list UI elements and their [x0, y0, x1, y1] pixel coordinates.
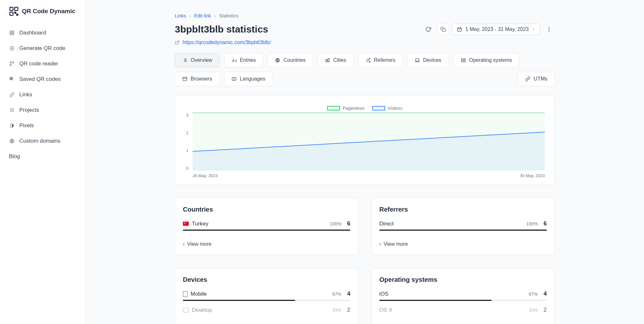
nav-saved-qr[interactable]: Saved QR codes: [4, 71, 81, 87]
target-url-link[interactable]: https://qrcodedynamic.com/3bpblt3blb/: [183, 40, 271, 45]
nav-label: Links: [19, 91, 32, 98]
nav-label: Custom domains: [19, 138, 61, 144]
panel-devices: Devices Mobile 67%4 Desktop 33%2: [175, 268, 358, 324]
svg-rect-43: [326, 59, 327, 62]
caret-down-icon: [532, 28, 535, 31]
svg-point-29: [549, 31, 550, 32]
chevron-right-icon: ›: [379, 241, 381, 247]
breadcrumb-links[interactable]: Links: [175, 13, 186, 18]
grid-icon: [9, 30, 15, 36]
svg-rect-4: [17, 14, 18, 15]
svg-rect-6: [12, 31, 14, 33]
date-range-picker[interactable]: 1 May, 2023 - 31 May, 2023: [452, 24, 540, 35]
panel-title: Operating systems: [379, 276, 547, 283]
laptop-icon: [415, 58, 420, 63]
city-icon: [325, 58, 330, 63]
nav-label: Projects: [19, 107, 39, 113]
svg-rect-17: [10, 79, 11, 80]
tab-languages[interactable]: Languages: [224, 72, 273, 86]
more-options-button[interactable]: [543, 24, 555, 35]
y-tick: 1: [186, 148, 188, 153]
svg-rect-0: [10, 7, 13, 11]
panel-title: Devices: [183, 276, 350, 283]
qr-icon: [9, 61, 15, 67]
x-tick: 26 May, 2023: [193, 173, 218, 178]
nav-label: Pixels: [19, 122, 34, 129]
breadcrumb-current: Statistics: [219, 13, 239, 18]
nav-projects[interactable]: Projects: [4, 102, 81, 118]
tab-cities[interactable]: Cities: [317, 53, 354, 67]
view-more-countries[interactable]: ›View more: [183, 236, 350, 247]
stats-tabs: Overview Entries Countries Cities Referr…: [175, 53, 555, 86]
legend-visitors[interactable]: Visitors: [372, 106, 402, 111]
svg-rect-1: [15, 7, 18, 11]
panel-referrers: Referrers Direct 100%6 ›View more: [371, 198, 555, 255]
external-link-icon: [175, 40, 179, 45]
tab-devices[interactable]: Devices: [407, 53, 449, 67]
panel-os: Operating systems iOS 67%4 OS X 33%2: [371, 268, 555, 324]
chart-card: Pageviews Visitors 3 2 1 0: [175, 96, 555, 185]
sidebar-nav: Dashboard Generate QR code QR code reade…: [0, 23, 85, 324]
nav-label: QR code reader: [19, 61, 58, 67]
nav-dashboard[interactable]: Dashboard: [4, 25, 81, 41]
svg-point-27: [549, 27, 550, 28]
tab-countries[interactable]: Countries: [268, 53, 313, 67]
svg-rect-5: [10, 31, 12, 33]
legend-pageviews[interactable]: Pageviews: [327, 106, 365, 111]
svg-rect-44: [328, 59, 329, 62]
bookmark-icon: [9, 76, 15, 82]
desktop-icon: [183, 308, 189, 312]
stat-row: Mobile 67%4: [183, 291, 350, 301]
nav-pixels[interactable]: Pixels: [4, 118, 81, 133]
view-more-referrers[interactable]: ›View more: [379, 236, 547, 247]
flag-tr-icon: [183, 222, 189, 226]
svg-rect-2: [10, 12, 13, 15]
svg-rect-15: [10, 77, 11, 78]
nav-qr-reader[interactable]: QR code reader: [4, 56, 81, 71]
link-icon: [525, 76, 530, 81]
svg-rect-22: [442, 29, 445, 32]
svg-rect-8: [12, 33, 14, 35]
sidebar: QR Code Dynamic Dashboard Generate QR co…: [0, 0, 86, 324]
nav-links[interactable]: Links: [4, 87, 81, 102]
qr-logo-icon: [9, 6, 19, 16]
tab-browsers[interactable]: Browsers: [175, 72, 220, 86]
svg-rect-48: [415, 59, 419, 61]
nav-blog[interactable]: Blog: [4, 149, 81, 164]
panel-countries: Countries Turkey 100%6 ›View more: [175, 198, 358, 255]
chevron-right-icon: ›: [214, 13, 216, 18]
panel-title: Countries: [183, 206, 350, 213]
nav-custom-domains[interactable]: Custom domains: [4, 133, 81, 149]
chevron-right-icon: ›: [183, 241, 185, 247]
tab-utms[interactable]: UTMs: [518, 72, 555, 86]
brand-name: QR Code Dynamic: [22, 8, 75, 15]
svg-rect-7: [10, 33, 12, 35]
copy-button[interactable]: [437, 24, 449, 35]
window-icon: [182, 76, 187, 81]
globe-icon: [9, 138, 15, 144]
y-tick: 0: [186, 166, 188, 171]
tab-overview[interactable]: Overview: [175, 53, 220, 67]
svg-rect-50: [461, 59, 465, 60]
svg-rect-3: [15, 12, 16, 14]
breadcrumb: Links › Edit link › Statistics: [175, 13, 555, 18]
nav-label: Generate QR code: [19, 45, 65, 52]
brand-logo[interactable]: QR Code Dynamic: [0, 0, 85, 23]
tab-entries[interactable]: Entries: [224, 53, 263, 67]
svg-rect-13: [13, 62, 14, 63]
nav-generate-qr[interactable]: Generate QR code: [4, 41, 81, 56]
globe-icon: [275, 58, 280, 63]
plus-circle-icon: [9, 45, 15, 51]
chevron-right-icon: ›: [189, 13, 191, 18]
pixel-icon: [9, 123, 15, 129]
svg-line-30: [177, 41, 179, 43]
stat-row: Desktop 33%2: [183, 307, 350, 313]
nav-label: Blog: [9, 153, 20, 160]
refresh-button[interactable]: [422, 24, 434, 35]
chart-svg: [193, 113, 545, 171]
main-content: Links › Edit link › Statistics 3bpblt3bl…: [86, 0, 644, 324]
tab-referrers[interactable]: Referrers: [358, 53, 403, 67]
breadcrumb-edit-link[interactable]: Edit link: [194, 13, 211, 18]
tab-os[interactable]: Operating systems: [453, 53, 519, 67]
panel-title: Referrers: [379, 206, 547, 213]
